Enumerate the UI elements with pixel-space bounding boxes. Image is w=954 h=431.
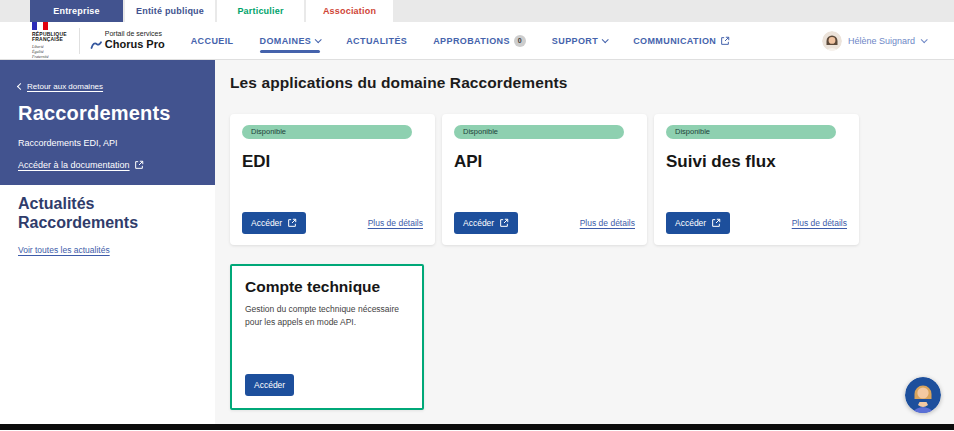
republic-motto: Liberté Égalité Fraternité xyxy=(32,45,67,59)
acceder-button[interactable]: Accéder xyxy=(454,212,518,234)
chevron-left-icon xyxy=(17,83,24,90)
app-card-suivi-des-flux: Disponible Suivi des flux Accéder Plus d… xyxy=(654,114,859,245)
user-name: Hélène Suignard xyxy=(848,36,915,46)
header-divider xyxy=(79,28,80,54)
external-link-icon xyxy=(711,218,721,228)
app-card-title: Suivi des flux xyxy=(666,152,847,172)
page-title: Les applications du domaine Raccordement… xyxy=(230,74,938,92)
chorus-pro-logo-icon xyxy=(90,39,102,51)
status-badge: Disponible xyxy=(242,125,412,139)
bottom-bar xyxy=(0,424,954,430)
app-card-edi: Disponible EDI Accéder Plus de détails xyxy=(230,114,435,245)
acceder-button[interactable]: Accéder xyxy=(666,212,730,234)
user-avatar xyxy=(822,31,842,51)
external-link-icon xyxy=(499,218,509,228)
republique-francaise-logo: RÉPUBLIQUE FRANÇAISE Liberté Égalité Fra… xyxy=(32,22,67,60)
chevron-down-icon xyxy=(921,36,928,43)
status-badge: Disponible xyxy=(454,125,624,139)
chevron-down-icon xyxy=(602,36,609,43)
chorus-pro-brand[interactable]: Portail de services Chorus Pro xyxy=(90,30,165,51)
app-card-compte-technique: Compte technique Gestion du compte techn… xyxy=(230,264,424,410)
republic-name: RÉPUBLIQUE FRANÇAISE xyxy=(32,32,67,44)
back-to-domains-link[interactable]: Retour aux domaines xyxy=(18,82,103,91)
details-link[interactable]: Plus de détails xyxy=(580,218,635,228)
external-link-icon xyxy=(720,36,730,46)
acceder-button[interactable]: Accéder xyxy=(242,212,306,234)
news-title: Actualités Raccordements xyxy=(18,194,197,232)
header: RÉPUBLIQUE FRANÇAISE Liberté Égalité Fra… xyxy=(0,22,954,60)
external-link-icon xyxy=(134,160,144,170)
nav-accueil[interactable]: ACCUEIL xyxy=(191,22,234,59)
domain-sidebar: Retour aux domaines Raccordements Raccor… xyxy=(0,60,215,185)
french-flag-icon xyxy=(32,22,48,30)
account-type-tabstrip: Entreprise Entité publique Particulier A… xyxy=(0,0,954,22)
tab-entreprise[interactable]: Entreprise xyxy=(30,0,123,22)
nav-support[interactable]: SUPPORT xyxy=(552,22,607,59)
application-cards-row: Disponible EDI Accéder Plus de détails D… xyxy=(230,114,938,245)
domain-title: Raccordements xyxy=(18,102,197,125)
nav-approbations[interactable]: APPROBATIONS 0 xyxy=(433,22,526,59)
app-card-title: Compte technique xyxy=(245,278,409,296)
chevron-down-icon xyxy=(315,36,322,43)
main-area: Les applications du domaine Raccordement… xyxy=(215,60,954,424)
main-nav: ACCUEIL DOMAINES ACTUALITÉS APPROBATIONS… xyxy=(191,22,731,59)
portal-label: Portail de services xyxy=(105,30,165,38)
nav-domaines[interactable]: DOMAINES xyxy=(260,22,321,59)
assistant-avatar xyxy=(905,377,941,413)
all-news-link[interactable]: Voir toutes les actualités xyxy=(18,245,110,255)
app-card-title: API xyxy=(454,152,635,172)
app-card-title: EDI xyxy=(242,152,423,172)
product-name: Chorus Pro xyxy=(105,38,165,51)
news-section: Actualités Raccordements Voir toutes les… xyxy=(0,185,215,266)
content: Retour aux domaines Raccordements Raccor… xyxy=(0,60,954,424)
nav-communication[interactable]: COMMUNICATION xyxy=(633,22,730,59)
external-link-icon xyxy=(287,218,297,228)
tab-association[interactable]: Association xyxy=(306,0,393,22)
status-badge: Disponible xyxy=(666,125,836,139)
app-card-description: Gestion du compte technique nécessaire p… xyxy=(245,303,409,329)
nav-actualites[interactable]: ACTUALITÉS xyxy=(346,22,407,59)
tab-entite-publique[interactable]: Entité publique xyxy=(125,0,215,22)
details-link[interactable]: Plus de détails xyxy=(368,218,423,228)
tab-particulier[interactable]: Particulier xyxy=(217,0,304,22)
acceder-button[interactable]: Accéder xyxy=(245,374,294,396)
user-menu[interactable]: Hélène Suignard xyxy=(822,31,926,51)
documentation-link[interactable]: Accéder à la documentation xyxy=(18,160,144,170)
left-column: Retour aux domaines Raccordements Raccor… xyxy=(0,60,215,424)
app-card-api: Disponible API Accéder Plus de détails xyxy=(442,114,647,245)
assistant-avatar-button[interactable] xyxy=(905,377,941,413)
domain-subtitle: Raccordements EDI, API xyxy=(18,138,197,148)
approbations-count-badge: 0 xyxy=(514,35,526,47)
details-link[interactable]: Plus de détails xyxy=(792,218,847,228)
